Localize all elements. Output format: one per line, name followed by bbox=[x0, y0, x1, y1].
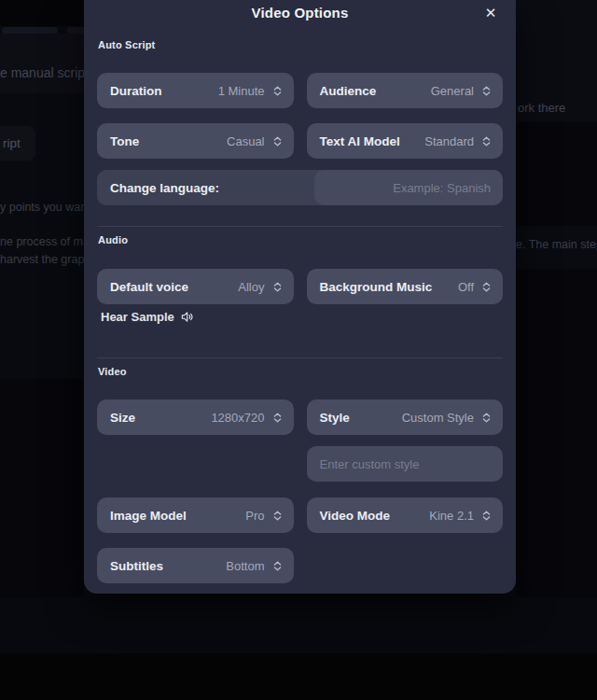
style-label: Style bbox=[320, 411, 350, 425]
background-music-select[interactable]: Background Music Off bbox=[307, 269, 504, 304]
section-divider bbox=[97, 357, 503, 358]
chevron-up-down-icon bbox=[480, 281, 493, 293]
change-language-row: Change language: bbox=[97, 170, 503, 205]
close-icon[interactable]: ✕ bbox=[480, 3, 501, 23]
chevron-up-down-icon bbox=[480, 135, 493, 147]
text-ai-model-select[interactable]: Text AI Model Standard bbox=[307, 123, 504, 159]
size-value: 1280x720 bbox=[211, 411, 264, 425]
audience-label: Audience bbox=[320, 84, 377, 98]
change-language-input[interactable] bbox=[314, 170, 503, 205]
chevron-up-down-icon bbox=[480, 510, 493, 522]
chevron-up-down-icon bbox=[271, 85, 284, 97]
image-model-select[interactable]: Image Model Pro bbox=[97, 497, 294, 533]
background-music-value: Off bbox=[458, 280, 474, 294]
default-voice-value: Alloy bbox=[238, 280, 264, 294]
section-label-audio: Audio bbox=[98, 234, 128, 245]
image-model-value: Pro bbox=[245, 509, 264, 523]
size-label: Size bbox=[110, 411, 135, 425]
audience-value: General bbox=[431, 84, 474, 98]
default-voice-label: Default voice bbox=[110, 280, 188, 294]
text-ai-model-value: Standard bbox=[424, 134, 474, 148]
chevron-up-down-icon bbox=[480, 412, 493, 424]
duration-select[interactable]: Duration 1 Minute bbox=[97, 73, 294, 108]
video-mode-value: Kine 2.1 bbox=[429, 509, 474, 523]
hear-sample-button[interactable]: Hear Sample bbox=[101, 310, 194, 324]
hear-sample-label: Hear Sample bbox=[101, 310, 174, 324]
chevron-up-down-icon bbox=[271, 510, 284, 522]
style-select[interactable]: Style Custom Style bbox=[307, 399, 504, 435]
subtitles-row-spacer bbox=[307, 548, 504, 583]
custom-style-spacer bbox=[97, 446, 294, 482]
default-voice-select[interactable]: Default voice Alloy bbox=[97, 269, 294, 304]
tone-select[interactable]: Tone Casual bbox=[97, 123, 294, 159]
chevron-up-down-icon bbox=[271, 281, 284, 293]
section-divider bbox=[97, 226, 503, 227]
speaker-icon bbox=[180, 310, 194, 324]
section-label-auto-script: Auto Script bbox=[98, 39, 155, 50]
background-music-label: Background Music bbox=[320, 280, 433, 294]
subtitles-label: Subtitles bbox=[110, 559, 163, 573]
image-model-label: Image Model bbox=[110, 509, 187, 523]
duration-value: 1 Minute bbox=[218, 84, 265, 98]
change-language-label: Change language: bbox=[110, 170, 219, 205]
chevron-up-down-icon bbox=[271, 560, 284, 572]
style-value: Custom Style bbox=[402, 411, 474, 425]
chevron-up-down-icon bbox=[271, 135, 284, 147]
screen: e manual script ript y points you want n… bbox=[0, 0, 597, 700]
size-select[interactable]: Size 1280x720 bbox=[97, 399, 294, 435]
custom-style-input[interactable] bbox=[307, 446, 504, 482]
chevron-up-down-icon bbox=[271, 412, 284, 424]
chevron-up-down-icon bbox=[480, 85, 493, 97]
subtitles-select[interactable]: Subtitles Bottom bbox=[97, 548, 294, 583]
video-options-modal: Video Options ✕ Auto Script Duration 1 M… bbox=[84, 0, 516, 594]
video-mode-label: Video Mode bbox=[320, 509, 391, 523]
subtitles-value: Bottom bbox=[226, 559, 264, 573]
video-mode-select[interactable]: Video Mode Kine 2.1 bbox=[307, 497, 504, 533]
modal-title: Video Options bbox=[84, 5, 516, 21]
tone-value: Casual bbox=[227, 134, 264, 148]
tone-label: Tone bbox=[110, 134, 139, 148]
section-label-video: Video bbox=[98, 366, 127, 377]
text-ai-model-label: Text AI Model bbox=[320, 134, 400, 148]
audience-select[interactable]: Audience General bbox=[307, 73, 504, 108]
duration-label: Duration bbox=[110, 84, 162, 98]
